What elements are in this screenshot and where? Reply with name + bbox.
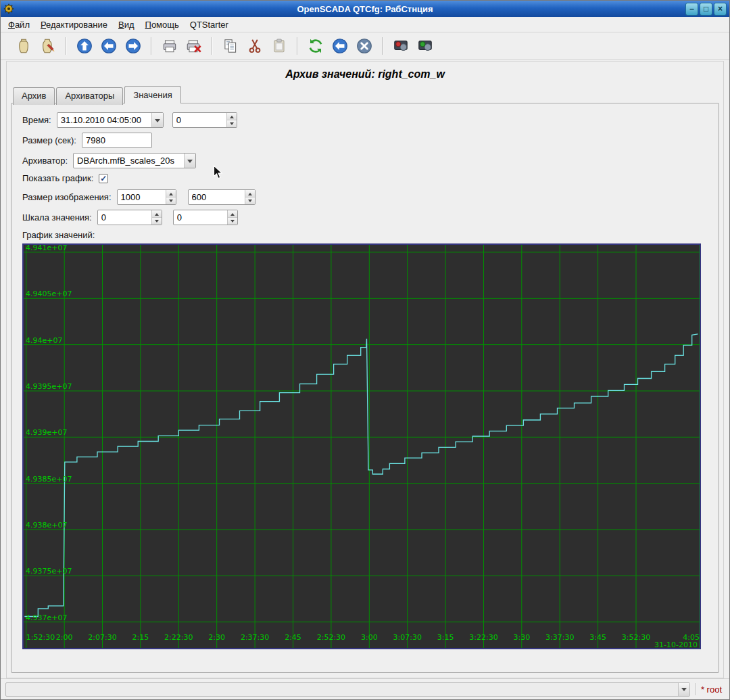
trend-plot: 4.941e+074.9405e+074.94e+074.9395e+074.9… [24,245,700,648]
toolbar-separator [212,37,213,55]
image-width-spinbox[interactable] [117,189,176,205]
spin-up-icon[interactable] [245,190,255,197]
time-usec-input[interactable] [173,113,226,127]
scale-max-spinbox[interactable] [173,210,238,225]
show-graph-checkbox[interactable]: ✓ [99,174,108,183]
time-combobox[interactable] [57,112,164,128]
load-from-db-button[interactable] [13,35,34,57]
archiver-row: Архиватор: DBArch.mfB_scales_20s [22,153,708,168]
ui-switch-red-button[interactable] [390,35,412,57]
maximize-button[interactable]: □ [700,3,712,16]
combo-dropdown-icon[interactable] [151,113,163,127]
paste-item-button[interactable] [268,35,290,57]
svg-text:4.9375e+07: 4.9375e+07 [26,567,72,576]
copy-item-button[interactable] [220,35,241,57]
svg-text:4.9395e+07: 4.9395e+07 [26,382,72,391]
svg-text:2:52:30: 2:52:30 [317,633,345,642]
openscada-qtcfg-window: { "window": { "title": "OpenSCADA QTCfg:… [0,0,730,700]
up-arrow-icon [76,37,93,55]
image-height-spinbox[interactable] [188,189,256,205]
tab-values[interactable]: Значения [124,86,180,103]
forward-button[interactable] [122,35,144,57]
stop-cross-icon [356,37,373,55]
svg-text:31-10-2010: 31-10-2010 [654,640,698,648]
spin-up-icon[interactable] [166,190,176,197]
minimize-button[interactable]: – [685,3,698,16]
svg-text:1:52:30: 1:52:30 [26,633,55,642]
menu-file[interactable]: Файл [3,18,35,32]
central-panel: Архив значений: right_com_w Архив Архива… [6,61,724,678]
toolbar-separator [297,37,298,55]
save-to-db-button[interactable] [37,35,59,57]
spin-down-icon[interactable] [245,197,255,204]
svg-text:3:45: 3:45 [589,633,606,642]
size-label: Размер (сек): [22,135,76,145]
svg-text:3:37:30: 3:37:30 [545,633,574,642]
stop-updating-button[interactable] [354,35,375,57]
time-input[interactable] [57,113,151,127]
time-row: Время: [22,112,708,128]
show-graph-row: Показать график: ✓ [22,173,708,183]
combo-dropdown-icon[interactable] [184,154,195,168]
spin-down-icon[interactable] [152,218,162,225]
scale-min-spinbox[interactable] [97,210,162,225]
delete-item-button[interactable] [183,35,205,57]
paste-clipboard-icon [270,37,288,55]
svg-text:2:07:30: 2:07:30 [88,633,116,642]
current-user-label: * root [701,684,725,695]
spin-down-icon[interactable] [227,120,237,127]
menu-view[interactable]: Вид [113,18,140,32]
spin-down-icon[interactable] [228,218,237,225]
svg-text:3:22:30: 3:22:30 [469,633,497,642]
spin-down-icon[interactable] [166,197,176,204]
toolbar-separator [66,37,67,55]
values-tab-page: Время: Размер (сек): Архиватор: D [11,103,719,673]
tab-archive[interactable]: Архив [13,87,55,105]
svg-text:4.94e+07: 4.94e+07 [26,336,62,345]
menu-help[interactable]: Помощь [140,18,185,32]
delete-item-icon [185,37,203,55]
time-usec-spinbox[interactable] [172,112,237,128]
svg-text:2:00: 2:00 [56,633,73,642]
svg-text:4.941e+07: 4.941e+07 [26,245,67,252]
refresh-button[interactable] [305,35,326,57]
ui-switch-green-icon [416,37,434,55]
svg-text:4.937e+07: 4.937e+07 [26,613,67,622]
menu-qtstarter[interactable]: QTStarter [185,18,234,32]
close-button[interactable]: × [714,3,727,16]
svg-text:2:22:30: 2:22:30 [164,633,193,642]
size-input[interactable] [82,133,151,147]
svg-text:4.9405e+07: 4.9405e+07 [26,289,72,298]
svg-text:3:52:30: 3:52:30 [622,633,650,642]
page-title: Архив значений: right_com_w [7,62,723,86]
spin-up-icon[interactable] [228,210,237,218]
image-height-input[interactable] [189,190,245,204]
save-to-db-icon [39,37,57,55]
svg-text:4.9385e+07: 4.9385e+07 [26,475,72,484]
forward-arrow-icon [124,37,142,55]
image-width-input[interactable] [118,190,166,204]
tabbar: Архив Архиваторы Значения [7,86,723,103]
ui-switch-red-icon [392,37,410,55]
menu-edit[interactable]: Редактирование [35,18,113,32]
tab-archivers[interactable]: Архиваторы [56,87,123,105]
svg-text:2:45: 2:45 [285,633,301,642]
up-level-button[interactable] [74,35,95,57]
scale-max-input[interactable] [174,210,227,225]
archiver-combobox[interactable]: DBArch.mfB_scales_20s [73,153,196,168]
combo-dropdown-icon[interactable] [678,683,689,696]
back-button[interactable] [98,35,120,57]
status-combobox[interactable] [5,682,690,697]
cut-item-button[interactable] [244,35,266,57]
size-field[interactable] [82,133,152,148]
spin-up-icon[interactable] [227,113,237,120]
scale-min-input[interactable] [98,210,151,225]
add-item-button[interactable] [159,35,180,57]
toolbar-separator [151,37,152,55]
image-size-row: Размер изображения: [22,189,708,205]
svg-text:2:37:30: 2:37:30 [241,633,269,642]
archiver-value: DBArch.mfB_scales_20s [74,154,184,168]
spin-up-icon[interactable] [152,210,162,218]
ui-switch-green-button[interactable] [414,35,436,57]
start-updating-button[interactable] [329,35,351,57]
